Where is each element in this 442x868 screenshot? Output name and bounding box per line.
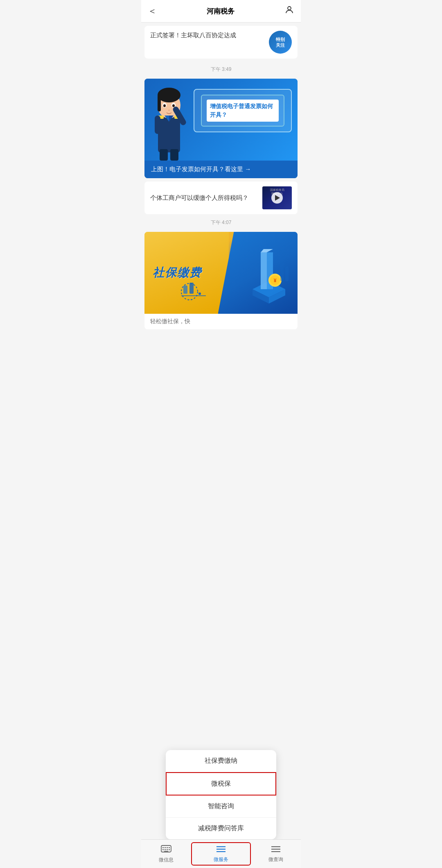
banner-title-text: 增值税电子普通发票如何开具？	[207, 100, 279, 122]
svg-point-3	[158, 88, 180, 102]
header: ＜ 河南税务	[141, 0, 301, 23]
3d-illustration: ¥	[244, 236, 293, 310]
user-icon[interactable]	[284, 5, 294, 17]
svg-rect-32	[280, 261, 284, 281]
article-row[interactable]: 个体工商户可以缓缴个人所得税吗？ 国家税务局网络平台	[144, 181, 298, 214]
banner-image: 增值税电子普通发票如何开具？	[144, 79, 298, 161]
insurance-banner: 社保缴费	[144, 232, 298, 314]
play-button	[271, 192, 283, 204]
chart-decoration	[177, 271, 210, 304]
special-badge: 特别关注	[269, 31, 292, 54]
svg-marker-28	[261, 249, 273, 252]
svg-rect-15	[155, 116, 160, 134]
banner-text-box: 增值税电子普通发票如何开具？	[194, 89, 292, 132]
svg-rect-16	[160, 149, 168, 161]
character-illustration	[147, 83, 192, 161]
timestamp-1: 下午 3:49	[144, 62, 298, 75]
svg-rect-17	[170, 149, 178, 161]
svg-rect-4	[158, 95, 161, 111]
svg-rect-33	[285, 267, 289, 281]
svg-rect-26	[261, 252, 267, 289]
timestamp-2: 下午 4:07	[144, 215, 298, 229]
article-thumbnail: 国家税务局网络平台	[262, 186, 292, 209]
svg-point-0	[288, 7, 291, 10]
partial-message-card: 正式签署！主坏取八百协定达成 特别关注	[144, 26, 298, 59]
insurance-bottom: 轻松缴社保，快	[144, 314, 298, 329]
chat-area: 正式签署！主坏取八百协定达成 特别关注 下午 3:49	[141, 26, 301, 374]
svg-point-21	[198, 292, 201, 295]
svg-point-8	[172, 104, 175, 107]
svg-point-9	[168, 110, 170, 111]
svg-point-7	[163, 104, 166, 107]
banner-bottom-text: 上图！电子发票如何开具？看这里 →	[151, 165, 251, 172]
svg-rect-19	[183, 286, 187, 294]
insurance-card[interactable]: 社保缴费	[144, 232, 298, 329]
article-text: 个体工商户可以缓缴个人所得税吗？	[150, 193, 257, 203]
banner-bottom: 上图！电子发票如何开具？看这里 →	[144, 161, 298, 178]
svg-text:¥: ¥	[274, 278, 277, 283]
insurance-bottom-text: 轻松缴社保，快	[150, 318, 190, 324]
special-badge-text: 特别关注	[276, 36, 285, 48]
page-title: 河南税务	[207, 7, 235, 16]
partial-message-text: 正式签署！主坏取八百协定达成	[150, 31, 265, 40]
back-button[interactable]: ＜	[148, 5, 157, 17]
svg-rect-20	[189, 283, 194, 294]
invoice-banner-card[interactable]: 增值税电子普通发票如何开具？ 上图！电子发票如何开具？看这里 →	[144, 79, 298, 178]
